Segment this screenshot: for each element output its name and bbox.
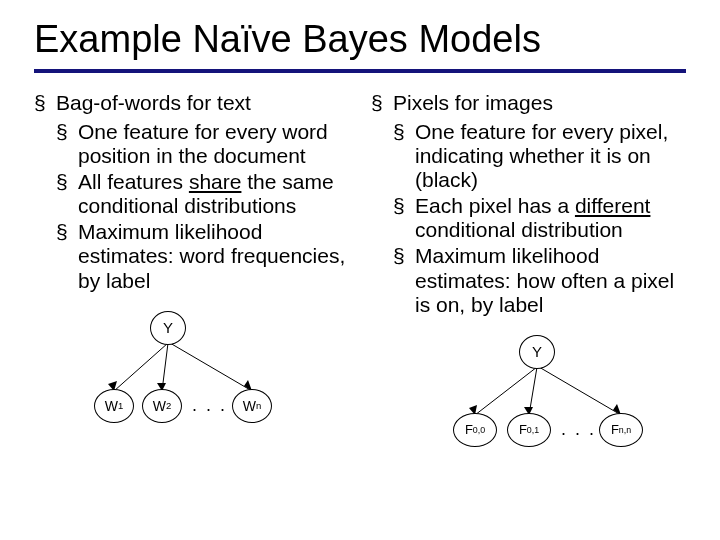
left-diagram: Y W1 W2 . . . Wn xyxy=(34,311,349,431)
right-item-2: Each pixel has a different conditional d… xyxy=(393,194,686,242)
content-columns: Bag-of-words for text One feature for ev… xyxy=(34,91,686,455)
left-item-2: All features share the same conditional … xyxy=(56,170,349,218)
right-item-3: Maximum likelihood estimates: how often … xyxy=(393,244,686,316)
left-node-w1: W1 xyxy=(94,389,134,423)
right-node-y: Y xyxy=(519,335,555,369)
svg-line-6 xyxy=(475,367,537,415)
svg-line-8 xyxy=(539,367,621,415)
right-sublist: One feature for every pixel, indicating … xyxy=(371,120,686,317)
left-sublist: One feature for every word position in t… xyxy=(34,120,349,293)
svg-line-1 xyxy=(162,343,168,391)
slide-title: Example Naïve Bayes Models xyxy=(34,18,686,61)
left-item-1: One feature for every word position in t… xyxy=(56,120,349,168)
svg-line-0 xyxy=(114,343,168,391)
right-item-1: One feature for every pixel, indicating … xyxy=(393,120,686,192)
left-node-y: Y xyxy=(150,311,186,345)
left-node-w2: W2 xyxy=(142,389,182,423)
right-dots: . . . xyxy=(561,419,596,440)
left-heading: Bag-of-words for text xyxy=(34,91,349,116)
left-dots: . . . xyxy=(192,395,227,416)
right-node-fnn: Fn,n xyxy=(599,413,643,447)
right-node-f00: F0,0 xyxy=(453,413,497,447)
slide: Example Naïve Bayes Models Bag-of-words … xyxy=(0,0,720,465)
title-rule xyxy=(34,69,686,73)
left-node-wn: Wn xyxy=(232,389,272,423)
svg-line-7 xyxy=(529,367,537,415)
right-diagram: Y F0,0 F0,1 . . . Fn,n xyxy=(371,335,686,455)
svg-line-2 xyxy=(170,343,252,391)
right-node-f01: F0,1 xyxy=(507,413,551,447)
left-column: Bag-of-words for text One feature for ev… xyxy=(34,91,349,455)
right-heading: Pixels for images xyxy=(371,91,686,116)
left-item-3: Maximum likelihood estimates: word frequ… xyxy=(56,220,349,292)
right-column: Pixels for images One feature for every … xyxy=(371,91,686,455)
